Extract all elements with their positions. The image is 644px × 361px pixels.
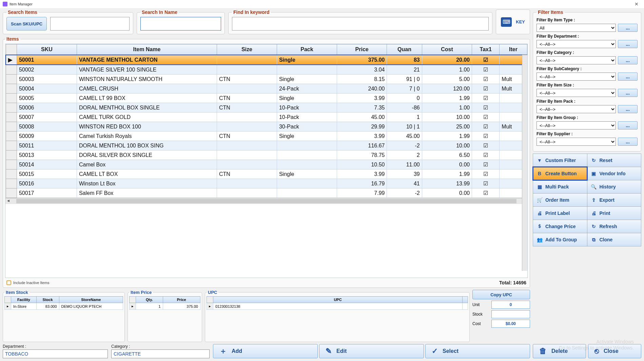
filter-pack-btn[interactable]: ... <box>618 105 638 113</box>
filter-sub-select[interactable]: <--All--> <box>536 73 616 81</box>
order-item-button[interactable]: 🛒Order Item <box>533 194 587 206</box>
col-price[interactable]: Price <box>337 44 387 55</box>
print-button[interactable]: 🖨Print <box>587 207 641 220</box>
upc-table[interactable]: UPC ▸012300132138 <box>207 296 468 310</box>
table-row[interactable]: 50013DORAL SILVER BOX SINGLE 78.7526.50 … <box>6 151 527 160</box>
table-row[interactable]: 50011DORAL MENTHOL 100 BOX SING 116.67-2… <box>6 141 527 151</box>
table-row[interactable]: ▸In-Store83.000DEMO LIQUOR PTECH <box>5 303 123 310</box>
table-row[interactable]: 50017Salem FF Box 7.99-20.00 ☑ <box>6 188 527 198</box>
table-row[interactable]: ▶ 50001VANTAGE MENTHOL CARTONSingle 375.… <box>6 55 527 65</box>
table-row[interactable]: 50007CAMEL TURK GOLD10-Pack 45.00110.00 … <box>6 113 527 122</box>
create-button[interactable]: BCreate Button <box>533 167 587 180</box>
item-stock-group: Item Stock Facility Stock StoreName ▸In-… <box>3 290 125 342</box>
upc-group: UPC UPC ▸012300132138 <box>205 290 470 342</box>
filter-group-select[interactable]: <--All--> <box>536 121 616 129</box>
col-sku[interactable]: SKU <box>17 44 77 55</box>
table-row[interactable]: 50006DORAL MENTHOL BOX SINGLECTN10-Pack … <box>6 103 527 113</box>
copy-upc-button[interactable]: Copy UPC <box>472 290 530 299</box>
col-cost[interactable]: Cost <box>422 44 472 55</box>
search-in-name-group: Search In Name <box>137 9 225 34</box>
vertical-scrollbar[interactable] <box>522 55 527 271</box>
col-item-name[interactable]: Item Name <box>77 44 217 55</box>
print-label-button[interactable]: 🖨Print Label <box>533 207 587 220</box>
table-row[interactable]: ▸1375.00 <box>130 303 200 310</box>
items-group: Items SKU Item Name Size Pack Price Quan… <box>3 36 530 288</box>
table-row[interactable]: 50014Camel Box 10.5011.000.00 ☑ <box>6 160 527 169</box>
search-name-input[interactable] <box>140 17 221 31</box>
search-items-group: Search Items Scan SKU/UPC <box>3 9 133 34</box>
titlebar: Item Manager ✕ <box>0 0 644 8</box>
items-table[interactable]: SKU Item Name Size Pack Price Quan Cost … <box>5 44 528 278</box>
filter-items-group: Filter Items Filter By Item Type : All..… <box>533 9 641 152</box>
filter-supplier-btn[interactable]: ... <box>618 138 638 146</box>
table-row[interactable]: 50009Camel Turkish RoyalsCTNSingle 3.994… <box>6 132 527 141</box>
table-row[interactable]: 50016Winston Lt Box 16.794113.99 ☑ <box>6 179 527 188</box>
custom-filter-button[interactable]: ▼Custom Filter <box>533 154 587 167</box>
filter-size-btn[interactable]: ... <box>618 89 638 97</box>
history-button[interactable]: 🔍History <box>587 180 641 193</box>
filter-dept-btn[interactable]: ... <box>618 40 638 48</box>
filter-type-select[interactable]: All <box>536 24 616 32</box>
filter-size-select[interactable]: <--All--> <box>536 89 616 97</box>
table-row[interactable]: 50002VANTAGE SILVER 100 SINGLE 3.04211.0… <box>6 65 527 75</box>
vendor-info-button[interactable]: ▣Vendor Info <box>587 167 641 180</box>
category-label: Category : <box>111 344 210 349</box>
filter-group-btn[interactable]: ... <box>618 121 638 129</box>
horizontal-scrollbar[interactable]: ◀▶ <box>5 198 527 204</box>
reset-button[interactable]: ↻Reset <box>587 154 641 167</box>
search-items-input[interactable] <box>50 17 130 31</box>
add-to-group-button[interactable]: 👥Add To Group <box>533 233 587 246</box>
category-input[interactable] <box>111 349 210 358</box>
filter-dept-select[interactable]: <--All--> <box>536 40 616 48</box>
scan-sku-button[interactable]: Scan SKU/UPC <box>6 17 47 31</box>
search-items-legend: Search Items <box>6 9 39 15</box>
filter-pack-select[interactable]: <--All--> <box>536 105 616 113</box>
key-label: KEY <box>516 19 525 24</box>
filter-supplier-select[interactable]: <--All--> <box>536 138 616 146</box>
item-stock-table[interactable]: Facility Stock StoreName ▸In-Store83.000… <box>4 296 123 310</box>
check-icon: ✓ <box>432 347 438 356</box>
include-inactive-checkbox[interactable]: Include Inactive Items <box>6 280 49 285</box>
add-button[interactable]: ＋Add <box>213 344 318 358</box>
trash-icon: 🗑 <box>539 347 547 356</box>
change-price-button[interactable]: ＄Change Price <box>533 220 587 233</box>
col-tax1[interactable]: Tax1 <box>472 44 500 55</box>
table-row[interactable]: 50005CAMEL LT 99 BOXCTNSingle 3.9901.99 … <box>6 94 527 103</box>
dollar-icon: ＄ <box>536 223 543 229</box>
stock-value <box>491 310 530 318</box>
delete-button[interactable]: 🗑Delete <box>533 344 586 358</box>
table-row[interactable]: 50003WINSTON NATURALLY SMOOTHCTNSingle 8… <box>6 75 527 84</box>
col-pack[interactable]: Pack <box>277 44 337 55</box>
keyboard-button[interactable]: KEY <box>496 9 530 34</box>
table-row[interactable]: 50015CAMEL LT BOXCTNSingle 3.99391.99 ☑ <box>6 169 527 179</box>
filter-cat-select[interactable]: <--All--> <box>536 56 616 64</box>
item-price-group: Item Price Qty. Price ▸1375.00 <box>128 290 202 342</box>
filter-sub-btn[interactable]: ... <box>618 73 638 81</box>
items-legend: Items <box>5 36 20 42</box>
col-quan[interactable]: Quan <box>387 44 422 55</box>
export-button[interactable]: ⇪Export <box>587 194 641 206</box>
department-label: Department : <box>3 344 108 349</box>
col-size[interactable]: Size <box>217 44 277 55</box>
filter-type-btn[interactable]: ... <box>618 24 638 32</box>
find-keyword-input[interactable] <box>232 17 489 31</box>
table-row[interactable]: ▸012300132138 <box>207 303 468 310</box>
group-icon: 👥 <box>536 237 543 242</box>
col-item[interactable]: Iter <box>500 44 527 55</box>
refresh-button[interactable]: ↻Refresh <box>587 220 641 233</box>
filter-cat-btn[interactable]: ... <box>618 56 638 64</box>
clone-button[interactable]: ⧉Clone <box>587 233 641 246</box>
find-keyword-group: Find In keyword <box>228 9 492 34</box>
select-button[interactable]: ✓Select <box>425 344 530 358</box>
table-row[interactable]: 50008WINSTON RED BOX 10030-Pack 29.9910 … <box>6 122 527 132</box>
item-price-table[interactable]: Qty. Price ▸1375.00 <box>129 296 200 310</box>
pencil-icon: ✎ <box>326 347 332 356</box>
multi-pack-button[interactable]: ▦Multi Pack <box>533 180 587 193</box>
filter-legend: Filter Items <box>536 9 565 15</box>
department-input[interactable] <box>3 349 108 358</box>
close-icon[interactable]: ✕ <box>632 1 641 7</box>
edit-button[interactable]: ✎Edit <box>319 344 424 358</box>
table-row[interactable]: 50004CAMEL CRUSH24-Pack 240.007 | 0120.0… <box>6 84 527 94</box>
close-button[interactable]: ⎋Close <box>588 344 641 358</box>
create-icon: B <box>536 171 543 176</box>
